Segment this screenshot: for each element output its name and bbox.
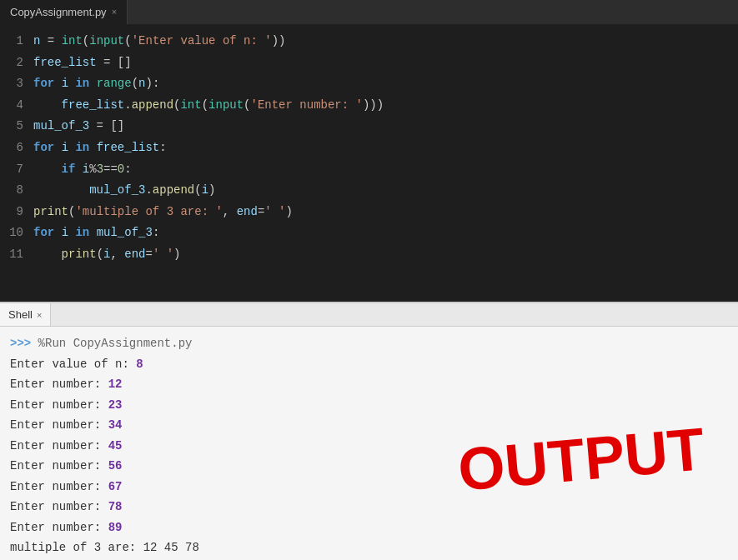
variable-token: mul_of_3 [89,183,145,197]
variable-token: mul_of_3 [97,226,153,239]
shell-tab-close[interactable]: × [37,310,42,320]
plain-token: [] [118,56,132,69]
shell-multiples-values: 12 45 78 [143,541,199,554]
editor-tab[interactable]: CopyAssignment.py × [0,0,128,24]
variable-token: mul_of_3 [33,119,89,132]
shell-output-label: Enter number: [10,480,108,493]
plain-token: ): [145,77,159,90]
editor-tab-close[interactable]: × [112,8,117,17]
string-token: ' ' [153,248,173,261]
plain-token: ) [208,183,215,197]
shell-output-value: 12 [108,378,123,391]
shell-output-line: Enter number: 45 [10,436,728,457]
shell-output-value: 89 [108,521,123,534]
shell-output-value: 8 [136,358,143,371]
code-line: free_list = [] [33,53,738,75]
shell-output-label: Enter value of n: [10,358,136,371]
shell-output-value: 78 [108,500,123,513]
number-token: 3 [97,162,103,176]
plain-token: , [223,205,237,218]
code-container: 1234567891011 n = int(input('Enter value… [0,25,738,302]
plain-token: = [89,119,110,132]
shell-container: Shell × >>> %Run CopyAssignment.py Enter… [0,302,738,560]
plain-token: : [159,141,166,154]
number-token: 0 [118,162,124,176]
code-line: n = int(input('Enter value of n: ')) [33,32,738,53]
code-line: print('multiple of 3 are: ', end=' ') [33,202,738,224]
function-token: append [132,98,173,112]
keyword-token: in [75,77,89,90]
code-line: print(i, end=' ') [33,245,738,267]
plain-token [33,98,62,112]
plain-token: )) [272,34,286,48]
function-token: print [33,205,68,218]
plain-token: ( [202,98,208,112]
shell-prompt-symbol: >>> [10,337,31,350]
plain-token: = [145,248,152,261]
builtin-token: range [97,77,132,90]
shell-prompt-line: >>> %Run CopyAssignment.py [10,333,728,354]
variable-token: i [62,141,68,154]
shell-tab-label: Shell [8,308,33,321]
shell-tab[interactable]: Shell × [0,303,51,326]
plain-token [89,77,96,90]
shell-output-value: 34 [108,418,123,432]
code-line: if i%3==0: [33,160,738,182]
plain-token [89,141,96,154]
code-line: free_list.append(int(input('Enter number… [33,96,738,118]
builtin-token: int [62,34,83,48]
variable-token: i [83,162,89,176]
plain-token: = [97,56,118,69]
shell-output-line: Enter value of n: 8 [10,354,728,375]
plain-token: : [153,226,159,239]
editor-tab-bar: CopyAssignment.py × [0,0,738,25]
keyword-token: in [75,141,89,154]
shell-multiples-line: multiple of 3 are: 12 45 78 [10,538,728,558]
plain-token: , [110,248,124,261]
plain-token [33,162,62,176]
shell-multiples-label: multiple of 3 are: [10,541,143,554]
plain-token: [] [110,119,124,132]
variable-token: i [62,77,68,90]
line-number: 2 [7,53,23,75]
string-token: 'Enter value of n: ' [132,34,272,48]
shell-output-value: 67 [108,480,123,493]
line-number: 4 [7,96,23,118]
builtin-token: input [208,98,243,112]
plain-token [54,226,61,239]
line-number: 7 [7,160,23,182]
plain-token [33,183,89,197]
keyword-token: in [75,226,89,239]
shell-output-label: Enter number: [10,500,108,513]
plain-token [54,77,61,90]
line-number: 1 [7,32,23,53]
editor-tab-label: CopyAssignment.py [10,6,107,18]
line-number: 10 [7,223,23,245]
plain-token: ( [243,98,250,112]
line-number: 6 [7,138,23,160]
variable-token: end [237,205,258,218]
line-number: 8 [7,181,23,202]
plain-token: ) [286,205,293,218]
builtin-token: input [89,34,124,48]
plain-token [75,162,82,176]
shell-output-label: Enter number: [10,459,108,472]
line-numbers: 1234567891011 [0,25,33,302]
shell-tab-bar: Shell × [0,303,738,327]
shell-output-line: Enter number: 67 [10,477,728,498]
shell-output[interactable]: >>> %Run CopyAssignment.py Enter value o… [0,327,738,560]
line-number: 5 [7,117,23,138]
shell-output-label: Enter number: [10,378,108,391]
plain-token: . [145,183,152,197]
code-line: mul_of_3 = [] [33,117,738,138]
code-content[interactable]: n = int(input('Enter value of n: '))free… [33,25,738,302]
code-line: for i in free_list: [33,138,738,160]
keyword-token: for [33,141,54,154]
variable-token: free_list [62,98,125,112]
keyword-token: for [33,77,54,90]
function-token: print [62,248,97,261]
shell-output-line: Enter number: 12 [10,374,728,395]
shell-run-command: %Run CopyAssignment.py [31,337,192,350]
builtin-token: int [180,98,201,112]
shell-output-line: Enter number: 56 [10,456,728,477]
